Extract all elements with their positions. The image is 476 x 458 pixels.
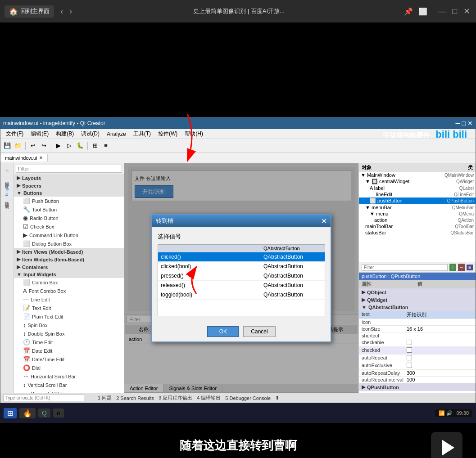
signal-row-clicked-bool[interactable]: clicked(bool) QAbstractButton: [158, 262, 325, 271]
props-pin-button[interactable]: ≡: [467, 265, 473, 270]
taskbar-other1[interactable]: e: [53, 409, 64, 418]
toolbar-tab[interactable]: ⊞: [90, 141, 100, 151]
widget-command-link[interactable]: ▶ Command Link Button: [14, 231, 124, 239]
widget-group-spacers[interactable]: ▶ Spacers: [14, 182, 124, 189]
widget-v-scrollbar[interactable]: ↕ Vertical Scroll Bar: [14, 381, 124, 389]
widget-date-edit[interactable]: 📅 Date Edit: [14, 346, 124, 355]
prop-shortcut[interactable]: shortcut: [359, 332, 476, 339]
props-remove-button[interactable]: −: [458, 264, 465, 271]
play-button[interactable]: [431, 432, 462, 458]
tab-mainwindow-ui[interactable]: mainwindow.ui ✕: [0, 154, 48, 162]
widget-tool-button[interactable]: 🔧 Tool Button: [14, 205, 124, 214]
toolbar-open[interactable]: 📁: [13, 141, 23, 151]
widget-combo-box[interactable]: ⬜ Combo Box: [14, 278, 124, 287]
prop-autoexclusive[interactable]: autoExclusive: [359, 362, 476, 370]
menu-build[interactable]: 构建(B): [52, 129, 77, 139]
props-filter-input[interactable]: [362, 264, 448, 271]
widget-plain-text[interactable]: 📄 Plain Text Edit: [14, 312, 124, 321]
widget-time-edit[interactable]: 🕐 Time Edit: [14, 338, 124, 346]
cancel-button[interactable]: Cancel: [243, 326, 275, 337]
menu-analyze[interactable]: Analyze: [103, 130, 130, 138]
prop-icon[interactable]: icon: [359, 319, 476, 326]
prop-iconsize[interactable]: iconSize 16 x 16: [359, 326, 476, 332]
qt-close[interactable]: ✕: [467, 120, 473, 127]
prop-autorepeat[interactable]: autoRepeat: [359, 355, 476, 362]
prop-text[interactable]: text 开始识别: [359, 311, 476, 319]
taskbar-qtcreator[interactable]: Q: [38, 409, 50, 418]
widget-h-slider[interactable]: — Horizontal Slider: [14, 389, 124, 393]
cast-button[interactable]: ⬜: [418, 7, 427, 16]
obj-central-widget[interactable]: ▼ 🔲 centralWidget QWidget: [359, 178, 476, 185]
obj-statusbar[interactable]: statusBar QStatusBar: [359, 229, 476, 236]
modal-close-button[interactable]: ✕: [321, 217, 327, 225]
toolbar-save[interactable]: 💾: [2, 141, 12, 151]
obj-menubar[interactable]: ▼ menuBar QMenuBar: [359, 204, 476, 211]
prop-group-qobject[interactable]: ▶ QObject: [359, 288, 476, 296]
minimize-button[interactable]: —: [436, 6, 447, 16]
toolbar-extra[interactable]: ≡: [101, 141, 111, 151]
close-button[interactable]: ✕: [462, 6, 471, 16]
toolbar-build[interactable]: ▶: [54, 141, 63, 151]
widget-check-box[interactable]: ☑ Check Box: [14, 222, 124, 231]
menu-tools[interactable]: 工具(T): [130, 129, 154, 139]
prop-checked[interactable]: checked: [359, 347, 476, 355]
menu-edit[interactable]: 编辑(E): [27, 129, 52, 139]
toolbar-run[interactable]: ▷: [64, 141, 74, 151]
menu-file[interactable]: 文件(F): [2, 129, 27, 139]
pin-button[interactable]: 📌: [404, 7, 413, 16]
qt-minimize[interactable]: ─: [456, 120, 460, 127]
widget-push-button[interactable]: ⬜ Push Button: [14, 197, 124, 205]
forward-button[interactable]: ›: [68, 7, 74, 16]
widget-radio-button[interactable]: ◉ Radio Button: [14, 214, 124, 222]
prop-group-qabstractbutton[interactable]: ▼ QAbstractButton: [359, 304, 476, 311]
widget-h-scrollbar[interactable]: ↔ Horizontal Scroll Bar: [14, 372, 124, 381]
prop-group-qwidget[interactable]: ▶ QWidget: [359, 296, 476, 304]
maximize-button[interactable]: □: [451, 6, 458, 16]
ok-button[interactable]: OK: [207, 326, 239, 337]
toolbar-redo[interactable]: ↪: [39, 141, 49, 151]
obj-push-button[interactable]: ⬜ pushButton QPushButton: [359, 198, 476, 204]
widget-dial[interactable]: ⭕ Dial: [14, 364, 124, 372]
widget-group-item-widgets[interactable]: ▶ Item Widgets (Item-Based): [14, 256, 124, 263]
signal-row-toggled[interactable]: toggled(bool) QAbstractButton: [158, 290, 325, 300]
toolbar-debug[interactable]: 🐛: [75, 141, 85, 151]
menu-widgets[interactable]: 控件(W): [154, 129, 181, 139]
menu-debug[interactable]: 调试(D): [77, 129, 103, 139]
sidebar-debug[interactable]: Debug: [5, 184, 9, 196]
taskbar-firefox[interactable]: 🔥: [19, 408, 36, 418]
obj-action[interactable]: action QAction: [359, 217, 476, 223]
toolbar-undo[interactable]: ↩: [28, 141, 38, 151]
props-add-button[interactable]: +: [449, 264, 456, 271]
widget-group-input[interactable]: ▼ Input Widgets: [14, 271, 124, 278]
widget-font-combo-box[interactable]: A Font Combo Box: [14, 287, 124, 295]
start-button[interactable]: ⊞: [4, 408, 17, 418]
widget-datetime-edit[interactable]: 📅 Date/Time Edit: [14, 355, 124, 364]
locate-input[interactable]: [3, 395, 84, 401]
obj-menu[interactable]: ▼ menu QMenu: [359, 211, 476, 217]
obj-line-edit[interactable]: — lineEdit QLineEdit: [359, 191, 476, 198]
menu-help[interactable]: 帮助(H): [181, 129, 207, 139]
widget-spin-box[interactable]: ↕ Spin Box: [14, 321, 124, 329]
widget-dialog-button-box[interactable]: ⬜ Dialog Button Box: [14, 239, 124, 248]
widget-text-edit[interactable]: 📝 Text Edit: [14, 304, 124, 312]
prop-autorepeatinterval[interactable]: autoRepeatInterval 100: [359, 377, 476, 383]
widget-filter-input[interactable]: [16, 165, 122, 173]
obj-label[interactable]: A label QLabel: [359, 185, 476, 191]
prop-checkable[interactable]: checkable: [359, 339, 476, 347]
widget-double-spin-box[interactable]: ↕ Double Spin Box: [14, 329, 124, 338]
widget-group-containers[interactable]: ▶ Containers: [14, 263, 124, 271]
obj-mainwindow[interactable]: ▼ MainWindow QMainWindow: [359, 172, 476, 178]
widget-line-edit[interactable]: — Line Edit: [14, 295, 124, 304]
home-button[interactable]: 🏠 回到主界面: [5, 5, 54, 18]
signal-row-released[interactable]: released() QAbstractButton: [158, 281, 325, 290]
widget-group-item-views[interactable]: ▶ Item Views (Model-Based): [14, 248, 124, 256]
signal-row-clicked[interactable]: clicked() QAbstractButton: [158, 252, 325, 262]
signal-row-pressed[interactable]: pressed() QAbstractButton: [158, 271, 325, 281]
qt-maximize[interactable]: □: [462, 120, 466, 127]
prop-autorepeatdelay[interactable]: autoRepeatDelay 300: [359, 370, 476, 377]
widget-group-layouts[interactable]: ▶ Layouts: [14, 174, 124, 182]
prop-group-qpushbutton[interactable]: ▶ QPushButton: [359, 383, 476, 391]
tab-close-icon[interactable]: ✕: [39, 155, 43, 160]
sidebar-welcome[interactable]: ⌂: [2, 165, 13, 176]
obj-toolbar[interactable]: mainToolBar QToolBar: [359, 223, 476, 229]
